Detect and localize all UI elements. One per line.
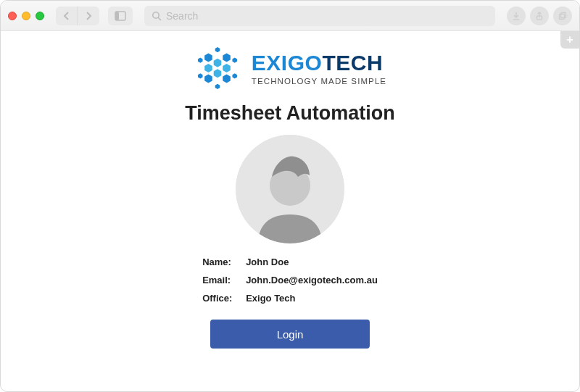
maximize-window-button[interactable] [36,12,44,20]
new-tab-button[interactable]: + [560,31,579,49]
svg-line-3 [158,17,161,20]
name-value: John Doe [246,257,289,267]
brand-logo: EXIGOTECH TECHNOLOGY MADE SIMPLE [194,44,386,92]
svg-marker-8 [214,59,222,67]
svg-marker-11 [223,64,231,72]
downloads-button[interactable] [507,7,526,25]
brand-suffix: TECH [322,51,383,75]
address-placeholder: Search [166,10,198,22]
brand-name: EXIGOTECH [252,51,386,75]
svg-rect-6 [561,12,566,17]
exigotech-mark-icon [194,44,241,92]
svg-marker-19 [232,57,237,62]
avatar [236,135,344,243]
svg-marker-21 [232,73,237,78]
svg-point-2 [153,12,159,17]
avatar-placeholder-icon [236,135,344,243]
address-bar[interactable]: Search [144,6,495,26]
page-content: EXIGOTECH TECHNOLOGY MADE SIMPLE Timeshe… [1,31,579,349]
svg-marker-13 [223,54,231,62]
browser-window: Search + [0,0,580,392]
svg-rect-7 [560,14,565,19]
tabs-button[interactable] [553,7,572,25]
svg-marker-18 [198,57,203,62]
svg-marker-16 [215,47,220,52]
sidebar-toggle-button[interactable] [108,7,133,25]
svg-marker-15 [223,75,231,83]
login-button[interactable]: Login [210,320,370,349]
back-button[interactable] [56,7,78,25]
page-title: Timesheet Automation [185,102,395,125]
user-email-row: Email: John.Doe@exigotech.com.au [202,275,378,285]
office-label: Office: [202,293,246,304]
user-office-row: Office: Exigo Tech [202,293,378,304]
svg-marker-20 [198,73,203,78]
office-value: Exigo Tech [246,293,295,304]
svg-rect-1 [115,12,119,20]
nav-back-forward [56,7,99,25]
svg-marker-12 [204,54,212,62]
search-icon [152,11,162,21]
name-label: Name: [202,257,246,267]
window-controls [8,12,44,20]
toolbar-right [507,7,572,25]
minimize-window-button[interactable] [22,12,30,20]
brand-tagline: TECHNOLOGY MADE SIMPLE [252,77,386,86]
forward-button[interactable] [78,7,99,25]
svg-marker-14 [204,75,212,83]
email-value: John.Doe@exigotech.com.au [246,275,378,285]
user-info: Name: John Doe Email: John.Doe@exigotech… [202,257,378,311]
svg-marker-17 [215,84,220,89]
svg-marker-10 [204,64,212,72]
share-button[interactable] [530,7,549,25]
svg-marker-9 [214,69,222,78]
email-label: Email: [202,275,246,285]
close-window-button[interactable] [8,12,17,20]
brand-prefix: EXIGO [252,51,323,75]
user-name-row: Name: John Doe [202,257,378,267]
browser-titlebar: Search [1,1,579,31]
